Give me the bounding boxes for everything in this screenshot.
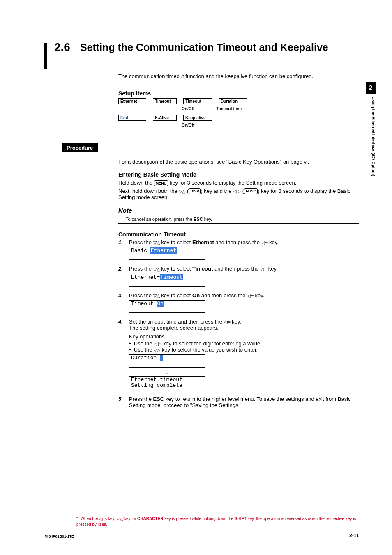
- step-2-text: Press the ▽△ key to select Timeout and t…: [129, 266, 359, 272]
- func-key-icon: FUNC: [244, 188, 258, 194]
- lcd-display: Duration=0: [129, 354, 205, 367]
- key-ops-label: Key operations: [129, 333, 359, 340]
- footnote: * When the ◁ ▷ key, ▽△ key, or CHARACTER…: [76, 516, 359, 527]
- setup-items-heading: Setup Items: [118, 90, 359, 97]
- lcd-display: Timeout=On: [129, 300, 205, 313]
- enter-arrow-icon: ◁═: [224, 319, 231, 325]
- updown-arrow-icon: ▽△: [154, 347, 160, 353]
- menu-key-icon: MENU: [154, 180, 168, 186]
- lcd-display: Ethernet=Timeout: [129, 274, 205, 287]
- procedure-heading: Procedure: [62, 143, 98, 152]
- diag-timeout2: Timeout: [183, 98, 212, 104]
- title-bar-icon: [44, 43, 47, 69]
- step-1-text: Press the ▽△ key to select Ethernet and …: [129, 239, 359, 245]
- basic-ops-ref: For a description of the basic operation…: [118, 159, 359, 165]
- note-body: To cancel an operation, press the ESC ke…: [118, 215, 359, 223]
- diag-connector-icon: —: [146, 98, 153, 104]
- diag-connector-icon: —: [177, 115, 183, 121]
- disp-key-icon: DISP: [189, 188, 201, 194]
- intro-text: The communication timeout function and t…: [118, 73, 359, 79]
- diag-duration: Duration: [219, 98, 247, 104]
- footer-doc-id: IM 04P01B01-17E: [44, 534, 74, 539]
- diag-timeout-time: Timeout time: [216, 106, 242, 111]
- step-4-text: Set the timeout time and then press the …: [129, 319, 359, 331]
- lcd-display: Basic=Ethernet: [129, 247, 205, 260]
- section-heading: Setting the Communication Timeout and Ke…: [80, 41, 328, 53]
- diag-onoff: On/Off: [182, 106, 216, 111]
- enter-arrow-icon: ◁═: [260, 267, 267, 272]
- diag-keepalive: Keep alive: [183, 115, 212, 121]
- down-arrow-icon: ↓: [129, 369, 205, 375]
- note-heading: Note: [118, 207, 359, 214]
- diag-connector-icon: —: [212, 98, 219, 104]
- step-number: 5: [118, 396, 129, 408]
- enter-arrow-icon: ◁═: [247, 293, 254, 298]
- diag-ethernet: Ethernet: [118, 98, 146, 104]
- setup-diagram: Ethernet — Timeout — Timeout — Duration …: [118, 98, 359, 131]
- leftright-arrow-icon: ◁ ▷: [154, 341, 161, 347]
- section-title: 2.6 Setting the Communication Timeout an…: [44, 41, 359, 69]
- step-number: 4.: [118, 319, 129, 331]
- diag-timeout: Timeout: [153, 98, 177, 104]
- updown-arrow-icon: ▽△: [179, 189, 185, 194]
- leftright-arrow-icon: ◁ ▷: [99, 516, 107, 522]
- comm-timeout-heading: Communication Timeout: [118, 231, 359, 238]
- step-3-text: Press the ▽△ key to select On and then p…: [129, 292, 359, 298]
- bullet-2: • Use the ▽△ key to select the value you…: [129, 347, 359, 353]
- bullet-1: • Use the ◁ ▷ key to select the digit fo…: [129, 340, 359, 347]
- footer-page: 2-11: [349, 533, 359, 539]
- enter-mode-line2: Next, hold down both the ▽△ (DISP) key a…: [118, 188, 359, 201]
- step-number: 1.: [118, 239, 129, 245]
- lcd-display: Ethernet timeout Setting complete: [129, 376, 205, 390]
- updown-arrow-icon: ▽△: [116, 516, 123, 522]
- diag-kalive: K.Alive: [153, 115, 177, 121]
- enter-mode-line1: Hold down the MENU key for 3 seconds to …: [118, 180, 359, 186]
- updown-arrow-icon: ▽△: [153, 293, 160, 298]
- step-number: 2.: [118, 266, 129, 272]
- section-number: 2.6: [54, 41, 70, 54]
- step-5-text: Press the ESC key to return to the highe…: [129, 396, 359, 408]
- updown-arrow-icon: ▽△: [153, 240, 160, 245]
- leftright-arrow-icon: ◁ ▷: [233, 189, 241, 194]
- diag-end: End: [118, 115, 146, 121]
- entering-mode-heading: Entering Basic Setting Mode: [118, 171, 359, 178]
- diag-keepalive-onoff: On/Off: [182, 123, 194, 127]
- updown-arrow-icon: ▽△: [153, 267, 160, 272]
- diag-connector-icon: —: [177, 98, 183, 104]
- enter-arrow-icon: ◁═: [261, 240, 268, 245]
- footer-rule: [44, 532, 359, 532]
- step-number: 3.: [118, 292, 129, 298]
